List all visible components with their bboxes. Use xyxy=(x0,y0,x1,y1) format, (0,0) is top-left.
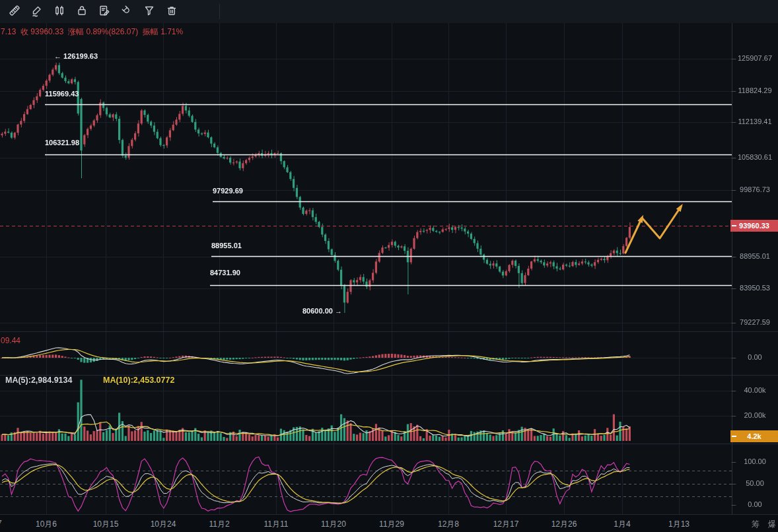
last-price-badge: 93960.33 xyxy=(730,220,778,232)
note-edit-icon xyxy=(98,4,111,19)
filter-tool-button[interactable] xyxy=(141,4,157,20)
current-volume-badge: 4.2k xyxy=(730,430,778,442)
pencil-icon xyxy=(30,4,44,19)
bottom-right-tab[interactable]: 爆 xyxy=(768,519,776,530)
drawing-toolbar xyxy=(0,0,778,23)
magnet-icon xyxy=(120,4,133,19)
axis-tick-mark xyxy=(732,436,736,437)
ruler-icon xyxy=(8,4,21,19)
candlestick-chart-canvas[interactable] xyxy=(0,0,778,532)
axis-tick-mark xyxy=(732,225,736,226)
magnet-tool-button[interactable] xyxy=(119,4,135,20)
bottom-right-tab[interactable]: 筹 xyxy=(752,519,760,530)
trading-chart-app: { "colors":{ "bg":"#0d1015","grid":"#1b2… xyxy=(0,0,778,532)
date-axis-bar xyxy=(0,514,778,532)
delete-tool-button[interactable] xyxy=(164,4,180,20)
last-price-value: 93960.33 xyxy=(739,222,769,230)
measure-tool-button[interactable] xyxy=(7,4,22,20)
candlestick-icon xyxy=(53,4,66,19)
draw-tool-button[interactable] xyxy=(29,4,45,20)
toolbar-separator xyxy=(219,4,220,19)
lock-icon xyxy=(75,4,88,19)
trash-icon xyxy=(165,4,178,19)
candlestick-tool-button[interactable] xyxy=(52,4,67,20)
current-volume-value: 4.2k xyxy=(747,432,761,440)
lock-tool-button[interactable] xyxy=(74,4,90,20)
funnel-icon xyxy=(143,4,156,19)
annotate-tool-button[interactable] xyxy=(96,4,112,20)
